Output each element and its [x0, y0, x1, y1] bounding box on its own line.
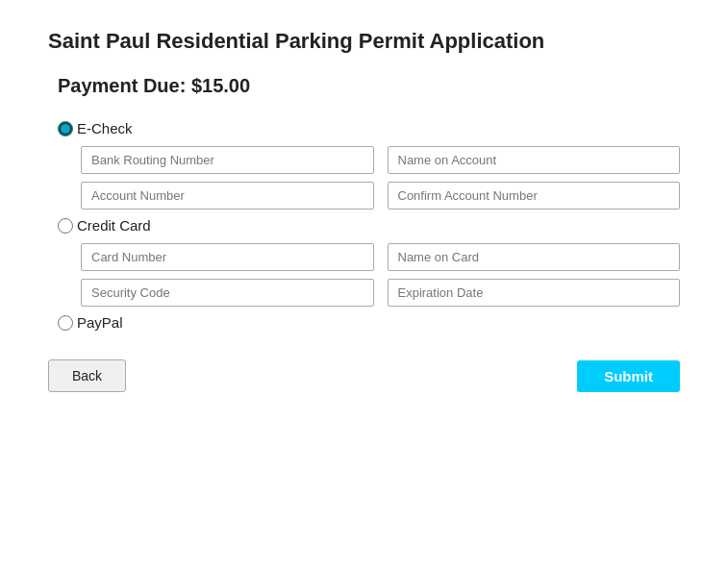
credit-card-radio[interactable] [58, 218, 73, 234]
expiration-date-input[interactable] [388, 279, 681, 307]
name-on-account-input[interactable] [388, 146, 681, 174]
paypal-option[interactable]: PayPal [58, 314, 680, 331]
page-title: Saint Paul Residential Parking Permit Ap… [48, 29, 680, 54]
submit-button[interactable]: Submit [577, 360, 680, 392]
credit-card-fields [81, 243, 680, 307]
credit-card-option[interactable]: Credit Card [58, 217, 680, 234]
bottom-bar: Back Submit [48, 359, 680, 392]
payment-section: E-Check Credit Card PayPal [58, 120, 680, 331]
echeck-label[interactable]: E-Check [77, 120, 133, 136]
bank-routing-number-input[interactable] [81, 146, 374, 174]
credit-card-row-2 [81, 279, 680, 307]
credit-card-label[interactable]: Credit Card [77, 217, 151, 234]
payment-due: Payment Due: $15.00 [58, 75, 680, 97]
echeck-row-2 [81, 182, 680, 210]
echeck-fields [81, 146, 680, 210]
account-number-input[interactable] [81, 182, 374, 210]
echeck-option[interactable]: E-Check [58, 120, 680, 136]
echeck-radio[interactable] [58, 121, 73, 136]
back-button[interactable]: Back [48, 359, 126, 392]
paypal-radio[interactable] [58, 315, 73, 331]
echeck-row-1 [81, 146, 680, 174]
security-code-input[interactable] [81, 279, 374, 307]
card-number-input[interactable] [81, 243, 374, 271]
paypal-label[interactable]: PayPal [77, 314, 123, 331]
credit-card-row-1 [81, 243, 680, 271]
confirm-account-number-input[interactable] [388, 182, 681, 210]
name-on-card-input[interactable] [388, 243, 681, 271]
